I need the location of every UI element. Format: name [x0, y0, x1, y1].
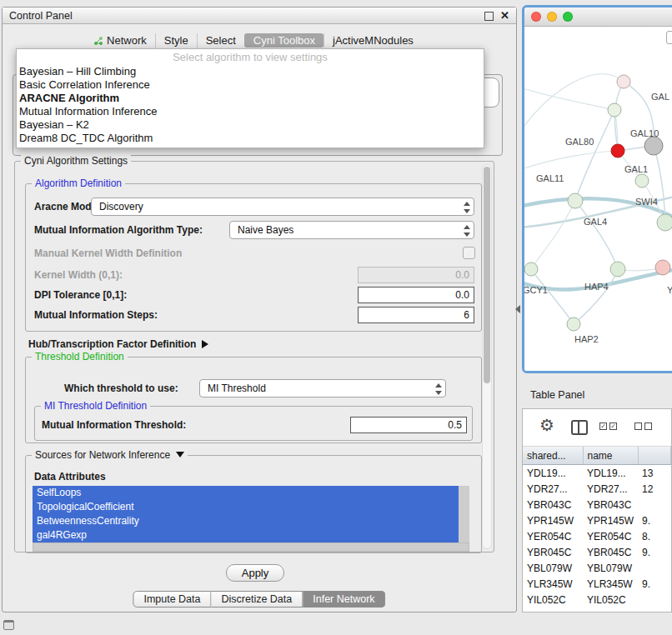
- table-cell[interactable]: YBL079W: [583, 560, 638, 576]
- table-cell[interactable]: YBR043C: [583, 497, 638, 512]
- table-cell[interactable]: YBL079W: [523, 560, 583, 576]
- float-window-icon[interactable]: [484, 12, 494, 21]
- which-threshold-combobox[interactable]: MI Threshold: [199, 379, 446, 398]
- table-cell[interactable]: YLR345W: [583, 576, 638, 592]
- attribute-item[interactable]: TopologicalCoefficient: [33, 500, 459, 514]
- network-node[interactable]: [524, 262, 538, 276]
- network-node[interactable]: [610, 262, 625, 277]
- table-cell[interactable]: YBR045C: [523, 544, 583, 560]
- close-window-button[interactable]: [531, 12, 541, 22]
- network-window-titlebar[interactable]: [524, 8, 672, 27]
- table-row[interactable]: YDL19...YDL19...13: [523, 465, 671, 482]
- table-row[interactable]: YIL052CYIL052C: [523, 592, 671, 608]
- network-edge[interactable]: [524, 85, 614, 110]
- table-row[interactable]: YER054CYER054C8.: [523, 528, 671, 544]
- table-cell[interactable]: 9.: [638, 544, 671, 560]
- network-edge[interactable]: [574, 269, 618, 324]
- table-cell[interactable]: YLR345W: [523, 576, 583, 592]
- table-cell[interactable]: YDL19...: [583, 465, 638, 482]
- aracne-mode-combobox[interactable]: Discovery: [91, 198, 474, 216]
- network-node[interactable]: [611, 144, 624, 158]
- network-node[interactable]: [655, 260, 670, 275]
- algorithm-option-3[interactable]: Mutual Information Inference: [17, 105, 484, 118]
- table-row[interactable]: YDR27...YDR27...12: [523, 481, 671, 497]
- table-cell[interactable]: YBR045C: [583, 544, 638, 560]
- column-selector-icon[interactable]: [571, 420, 588, 435]
- network-canvas[interactable]: GALGAL80GAL10GAL11GAL1SWI4GAL4GCY1HAP4HA…: [524, 27, 672, 372]
- mi-steps-field[interactable]: [358, 307, 474, 323]
- select-all-columns-icon[interactable]: ✓ ✓: [599, 422, 617, 430]
- tab-infer-network[interactable]: Infer Network: [303, 591, 385, 608]
- hub-definition-expander[interactable]: Hub/Transcription Factor Definition: [28, 338, 208, 350]
- table-cell[interactable]: YDR27...: [523, 481, 583, 497]
- table-cell[interactable]: 13: [638, 465, 671, 482]
- network-edge[interactable]: [524, 151, 618, 172]
- attribute-item[interactable]: gal4RGexp: [33, 528, 459, 542]
- table-cell[interactable]: YDL19...: [523, 465, 583, 482]
- table-cell[interactable]: YBR043C: [523, 497, 583, 512]
- table-cell[interactable]: YPR145W: [523, 512, 583, 528]
- table-row[interactable]: YPR145WYPR145W9.: [523, 512, 671, 528]
- table-cell[interactable]: 12: [638, 481, 671, 497]
- network-node[interactable]: [644, 137, 663, 155]
- network-node[interactable]: [635, 174, 649, 188]
- table-cell[interactable]: 8.: [638, 528, 671, 544]
- network-edge[interactable]: [531, 269, 574, 324]
- algorithm-option-5[interactable]: Dream8 DC_TDC Algorithm: [17, 132, 484, 145]
- table-cell[interactable]: YER054C: [523, 528, 583, 544]
- table-cell[interactable]: YPR145W: [583, 512, 638, 528]
- table-cell[interactable]: YIL052C: [583, 592, 638, 608]
- close-icon[interactable]: ✕: [500, 8, 509, 23]
- attributes-vertical-scrollbar[interactable]: [459, 486, 469, 542]
- manual-kernel-checkbox[interactable]: [463, 247, 475, 259]
- tab-jactivemodules[interactable]: jActiveMNodules: [323, 33, 422, 48]
- gear-icon[interactable]: ⚙: [539, 415, 554, 435]
- column-header-name[interactable]: name: [583, 447, 638, 465]
- attribute-item[interactable]: BetweennessCentrality: [33, 514, 459, 528]
- tab-cyni-toolbox[interactable]: Cyni Toolbox: [244, 33, 323, 48]
- table-row[interactable]: YBL079WYBL079W: [523, 560, 671, 576]
- settings-scrollbar[interactable]: [482, 164, 492, 549]
- tab-discretize-data[interactable]: Discretize Data: [212, 591, 303, 608]
- table-cell[interactable]: [638, 592, 671, 608]
- deselect-all-columns-icon[interactable]: [634, 422, 652, 430]
- apply-button[interactable]: Apply: [226, 564, 284, 582]
- algorithm-option-2[interactable]: ARACNE Algorithm: [17, 92, 484, 105]
- column-header-shared-name[interactable]: shared...: [523, 447, 583, 465]
- table-cell[interactable]: 9.: [638, 576, 671, 592]
- dpi-tolerance-field[interactable]: [358, 287, 474, 303]
- mi-threshold-field[interactable]: [350, 417, 467, 433]
- network-node[interactable]: [657, 214, 672, 231]
- table-cell[interactable]: YIL052C: [523, 592, 583, 608]
- minimize-window-button[interactable]: [547, 12, 557, 22]
- sources-title[interactable]: Sources for Network Inference: [32, 449, 188, 461]
- table-row[interactable]: YLR345WYLR345W9.: [523, 576, 671, 592]
- network-edge[interactable]: [575, 110, 614, 201]
- network-node[interactable]: [617, 75, 630, 88]
- network-edge[interactable]: [531, 201, 575, 269]
- tab-select[interactable]: Select: [197, 33, 244, 48]
- algorithm-option-4[interactable]: Bayesian – K2: [17, 118, 484, 132]
- tab-impute-data[interactable]: Impute Data: [133, 591, 211, 608]
- network-node[interactable]: [567, 318, 580, 331]
- table-row[interactable]: YBR043CYBR043C: [523, 497, 671, 512]
- network-node[interactable]: [608, 103, 621, 117]
- table-cell[interactable]: 9.: [638, 512, 671, 528]
- tab-network[interactable]: Network: [85, 33, 155, 48]
- tab-style[interactable]: Style: [155, 33, 197, 48]
- table-row[interactable]: YBR045CYBR045C9.: [523, 544, 671, 560]
- zoom-window-button[interactable]: [563, 12, 573, 22]
- mi-type-combobox[interactable]: Naive Bayes: [229, 221, 474, 239]
- table-cell[interactable]: YDR27...: [583, 481, 638, 497]
- settings-scrollbar-thumb[interactable]: [484, 167, 490, 383]
- algorithm-option-1[interactable]: Basic Correlation Inference: [17, 78, 484, 92]
- attributes-horizontal-scrollbar[interactable]: [33, 542, 469, 552]
- overview-toggle-button[interactable]: [666, 31, 672, 44]
- kernel-width-field[interactable]: [358, 267, 474, 283]
- table-cell[interactable]: [638, 560, 671, 576]
- minimized-panel-icon[interactable]: [3, 620, 14, 630]
- algorithm-option-0[interactable]: Bayesian – Hill Climbing: [17, 65, 484, 78]
- table-cell[interactable]: YER054C: [583, 528, 638, 544]
- column-header-partial[interactable]: [638, 447, 671, 465]
- panel-collapse-handle[interactable]: [515, 305, 520, 313]
